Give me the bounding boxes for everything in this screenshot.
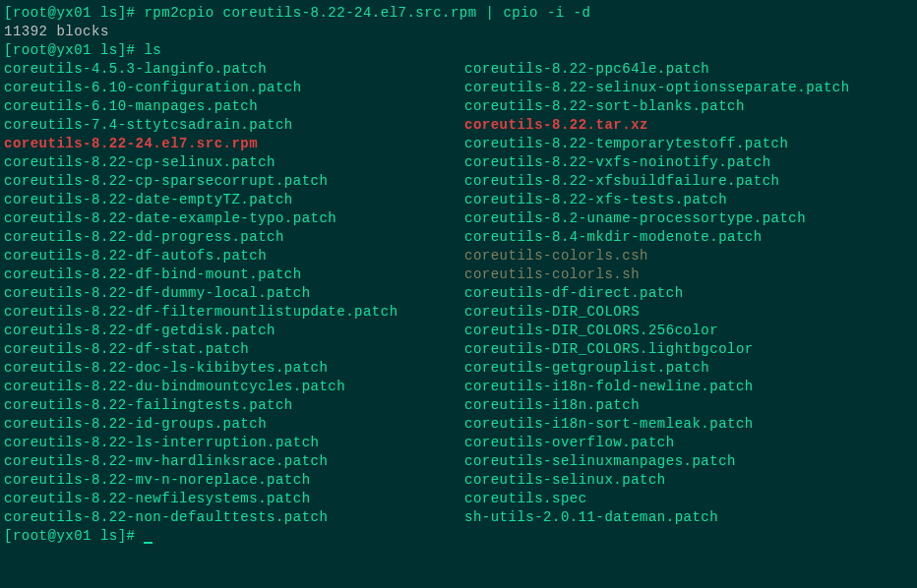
file-entry: coreutils-8.22-df-autofs.patch bbox=[4, 247, 464, 265]
file-entry: coreutils-8.22-date-example-typo.patch bbox=[4, 209, 464, 228]
file-entry: coreutils-colorls.sh bbox=[464, 265, 850, 284]
file-entry: coreutils.spec bbox=[464, 490, 850, 508]
file-entry: coreutils-8.22-du-bindmountcycles.patch bbox=[4, 378, 464, 396]
file-entry: coreutils-8.22-cp-sparsecorrupt.patch bbox=[4, 172, 464, 191]
file-entry: coreutils-4.5.3-langinfo.patch bbox=[4, 60, 464, 79]
file-entry: coreutils-8.22-24.el7.src.rpm bbox=[4, 135, 464, 153]
file-entry: coreutils-8.22.tar.xz bbox=[464, 116, 850, 135]
shell-prompt: [root@yx01 ls]# bbox=[4, 42, 144, 58]
file-entry: coreutils-8.22-ppc64le.patch bbox=[464, 60, 850, 79]
ls-column-2: coreutils-8.22-ppc64le.patchcoreutils-8.… bbox=[464, 60, 850, 527]
file-entry: coreutils-DIR_COLORS.256color bbox=[464, 322, 850, 340]
file-entry: coreutils-8.22-df-getdisk.patch bbox=[4, 322, 464, 340]
file-entry: coreutils-8.22-xfs-tests.patch bbox=[464, 191, 850, 209]
ls-output: coreutils-4.5.3-langinfo.patchcoreutils-… bbox=[4, 60, 913, 527]
command-line-2: [root@yx01 ls]# ls bbox=[4, 41, 913, 60]
file-entry: coreutils-8.22-df-filtermountlistupdate.… bbox=[4, 303, 464, 322]
file-entry: coreutils-8.22-failingtests.patch bbox=[4, 396, 464, 415]
file-entry: coreutils-8.22-vxfs-noinotify.patch bbox=[464, 153, 850, 172]
file-entry: coreutils-7.4-sttytcsadrain.patch bbox=[4, 116, 464, 135]
file-entry: coreutils-selinuxmanpages.patch bbox=[464, 452, 850, 471]
file-entry: coreutils-8.22-date-emptyTZ.patch bbox=[4, 191, 464, 209]
file-entry: coreutils-selinux.patch bbox=[464, 471, 850, 490]
command-text: ls bbox=[144, 42, 161, 58]
file-entry: coreutils-i18n-sort-memleak.patch bbox=[464, 415, 850, 434]
file-entry: coreutils-8.4-mkdir-modenote.patch bbox=[464, 228, 850, 247]
file-entry: coreutils-8.22-xfsbuildfailure.patch bbox=[464, 172, 850, 191]
shell-prompt: [root@yx01 ls]# bbox=[4, 528, 144, 544]
file-entry: coreutils-8.22-dd-progress.patch bbox=[4, 228, 464, 247]
command-line-1: [root@yx01 ls]# rpm2cpio coreutils-8.22-… bbox=[4, 4, 913, 23]
command-line-3: [root@yx01 ls]# bbox=[4, 527, 913, 546]
file-entry: coreutils-8.22-non-defaulttests.patch bbox=[4, 508, 464, 527]
command-text: rpm2cpio coreutils-8.22-24.el7.src.rpm |… bbox=[144, 5, 590, 21]
file-entry: sh-utils-2.0.11-dateman.patch bbox=[464, 508, 850, 527]
terminal-window[interactable]: [root@yx01 ls]# rpm2cpio coreutils-8.22-… bbox=[4, 4, 913, 546]
file-entry: coreutils-DIR_COLORS.lightbgcolor bbox=[464, 340, 850, 359]
file-entry: coreutils-overflow.patch bbox=[464, 434, 850, 452]
file-entry: coreutils-8.22-selinux-optionsseparate.p… bbox=[464, 79, 850, 97]
file-entry: coreutils-8.22-newfilesystems.patch bbox=[4, 490, 464, 508]
file-entry: coreutils-8.22-df-stat.patch bbox=[4, 340, 464, 359]
file-entry: coreutils-8.22-mv-hardlinksrace.patch bbox=[4, 452, 464, 471]
file-entry: coreutils-8.22-temporarytestoff.patch bbox=[464, 135, 850, 153]
file-entry: coreutils-8.22-mv-n-noreplace.patch bbox=[4, 471, 464, 490]
file-entry: coreutils-i18n-fold-newline.patch bbox=[464, 378, 850, 396]
file-entry: coreutils-8.22-df-dummy-local.patch bbox=[4, 284, 464, 303]
file-entry: coreutils-8.22-df-bind-mount.patch bbox=[4, 265, 464, 284]
file-entry: coreutils-8.22-sort-blanks.patch bbox=[464, 97, 850, 116]
file-entry: coreutils-getgrouplist.patch bbox=[464, 359, 850, 378]
file-entry: coreutils-8.22-ls-interruption.patch bbox=[4, 434, 464, 452]
file-entry: coreutils-colorls.csh bbox=[464, 247, 850, 265]
shell-prompt: [root@yx01 ls]# bbox=[4, 5, 144, 21]
file-entry: coreutils-6.10-configuration.patch bbox=[4, 79, 464, 97]
file-entry: coreutils-8.2-uname-processortype.patch bbox=[464, 209, 850, 228]
file-entry: coreutils-8.22-doc-ls-kibibytes.patch bbox=[4, 359, 464, 378]
file-entry: coreutils-6.10-manpages.patch bbox=[4, 97, 464, 116]
file-entry: coreutils-DIR_COLORS bbox=[464, 303, 850, 322]
output-line: 11392 blocks bbox=[4, 23, 913, 41]
file-entry: coreutils-i18n.patch bbox=[464, 396, 850, 415]
file-entry: coreutils-8.22-id-groups.patch bbox=[4, 415, 464, 434]
ls-column-1: coreutils-4.5.3-langinfo.patchcoreutils-… bbox=[4, 60, 464, 527]
file-entry: coreutils-df-direct.patch bbox=[464, 284, 850, 303]
cursor-icon bbox=[144, 542, 153, 544]
file-entry: coreutils-8.22-cp-selinux.patch bbox=[4, 153, 464, 172]
